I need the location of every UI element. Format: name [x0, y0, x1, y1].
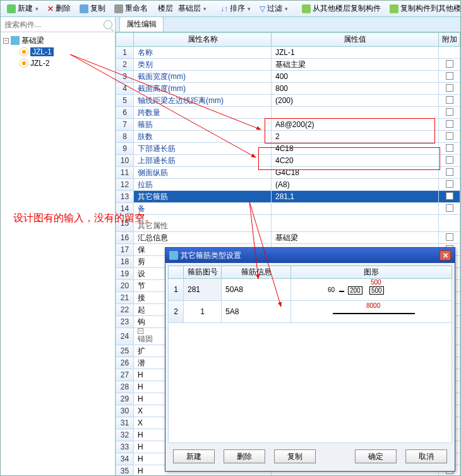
gear-icon [20, 59, 28, 68]
cell-add[interactable] [439, 131, 460, 143]
tab-property-edit[interactable]: 属性编辑 [119, 17, 164, 32]
filter-button[interactable]: ▽过滤▾ [256, 1, 292, 16]
checkbox[interactable] [446, 108, 453, 116]
cell-value[interactable]: 281,1 [272, 191, 439, 203]
checkbox[interactable] [446, 192, 453, 200]
cell-value[interactable]: G4C18 [272, 167, 439, 179]
copy-button[interactable]: 复制 [76, 1, 109, 16]
table-row[interactable]: 16汇总信息基础梁 [116, 232, 460, 244]
new-button[interactable]: 新建▾ [3, 1, 42, 16]
cell-add[interactable] [439, 167, 460, 179]
checkbox[interactable] [446, 204, 453, 212]
cell-value[interactable]: (A8) [272, 179, 439, 191]
dialog-cell-num[interactable]: 1 [184, 301, 222, 323]
close-button[interactable]: ✕ [440, 250, 451, 260]
checkbox[interactable] [446, 84, 453, 92]
delete-button[interactable]: ✕删除 [44, 1, 75, 16]
cell-add[interactable] [439, 143, 460, 155]
copy-to-button[interactable]: 复制构件到其他楼层 [386, 1, 461, 16]
cell-value[interactable]: 400 [272, 71, 439, 83]
table-row[interactable]: 7箍筋A8@200(2) [116, 119, 460, 131]
search-input[interactable] [3, 20, 101, 30]
cell-add[interactable] [439, 215, 460, 232]
cell-value[interactable] [272, 203, 439, 215]
cell-value[interactable]: (200) [272, 95, 439, 107]
rownum: 17 [116, 244, 134, 256]
table-row[interactable]: 12拉筋(A8) [116, 179, 460, 191]
cell-value[interactable] [272, 215, 439, 232]
rownum: 5 [116, 95, 134, 107]
dialog-cell-info[interactable]: 5A8 [222, 301, 291, 323]
cell-value[interactable]: JZL-1 [272, 47, 439, 59]
dlg-new-button[interactable]: 新建 [173, 449, 215, 463]
table-row[interactable]: 15− 其它属性 [116, 215, 460, 232]
table-row[interactable]: 9下部通长筋4C18 [116, 143, 460, 155]
checkbox[interactable] [446, 168, 453, 176]
checkbox[interactable] [446, 96, 453, 104]
cell-add[interactable] [439, 119, 460, 131]
checkbox[interactable] [446, 180, 453, 188]
dlg-copy-button[interactable]: 复制 [274, 449, 316, 463]
cell-value[interactable] [272, 107, 439, 119]
table-row[interactable]: 1名称JZL-1 [116, 47, 460, 59]
table-row[interactable]: 5轴线距梁左边线距离(mm)(200) [116, 95, 460, 107]
checkbox[interactable] [446, 144, 453, 152]
cell-value[interactable]: A8@200(2) [272, 119, 439, 131]
table-row[interactable]: 8肢数2 [116, 131, 460, 143]
dialog-cell-num[interactable]: 281 [184, 279, 222, 301]
cell-add[interactable] [439, 107, 460, 119]
expander-icon[interactable]: − [138, 215, 143, 221]
table-row[interactable]: 2类别基础主梁 [116, 59, 460, 71]
table-row[interactable]: 11侧面纵筋G4C18 [116, 167, 460, 179]
tree-item-jzl2[interactable]: JZL-2 [2, 58, 114, 69]
dlg-delete-button[interactable]: 删除 [224, 449, 265, 463]
search-icon[interactable] [104, 20, 112, 29]
cell-value[interactable]: 800 [272, 83, 439, 95]
rename-button[interactable]: 重命名 [111, 1, 152, 16]
cell-add[interactable] [439, 95, 460, 107]
cell-name: 截面宽度(mm) [134, 71, 272, 83]
tree-item-jzl1[interactable]: JZL-1 [2, 46, 114, 58]
table-row[interactable]: 10上部通长筋4C20 [116, 155, 460, 167]
cell-value[interactable]: 基础梁 [272, 232, 439, 244]
checkbox[interactable] [446, 132, 453, 140]
dlg-ok-button[interactable]: 确定 [355, 449, 397, 463]
cell-value[interactable]: 2 [272, 131, 439, 143]
dlg-cancel-button[interactable]: 取消 [405, 449, 447, 463]
cell-name: 名称 [134, 47, 272, 59]
dcol-shape: 图形 [291, 266, 452, 279]
expander-icon[interactable]: − [3, 38, 9, 44]
checkbox[interactable] [446, 120, 453, 128]
sort-button[interactable]: ↓↑排序▾ [217, 1, 254, 16]
table-row[interactable]: 3截面宽度(mm)400 [116, 71, 460, 83]
cell-add[interactable] [439, 59, 460, 71]
dialog-cell-info[interactable]: 50A8 [222, 279, 291, 301]
checkbox[interactable] [446, 233, 453, 241]
search-box[interactable] [1, 17, 115, 32]
table-row[interactable]: 14备 [116, 203, 460, 215]
dialog-row[interactable]: 2 1 5A8 8000 [169, 301, 452, 323]
expander-icon[interactable]: − [138, 328, 143, 334]
cell-add[interactable] [439, 71, 460, 83]
copy-from-button[interactable]: 从其他楼层复制构件 [298, 1, 385, 16]
floor-select[interactable]: 基础层▾ [174, 1, 210, 16]
cell-add[interactable] [439, 203, 460, 215]
dialog-titlebar[interactable]: 其它箍筋类型设置 ✕ [165, 248, 455, 263]
checkbox[interactable] [446, 60, 453, 68]
cell-value[interactable]: 4C20 [272, 155, 439, 167]
cell-add[interactable] [439, 191, 460, 203]
cell-value[interactable]: 基础主梁 [272, 59, 439, 71]
checkbox[interactable] [446, 156, 453, 164]
cell-value[interactable]: 4C18 [272, 143, 439, 155]
cell-add[interactable] [439, 83, 460, 95]
cell-add[interactable] [439, 232, 460, 244]
table-row[interactable]: 6跨数量 [116, 107, 460, 119]
cell-add[interactable] [439, 179, 460, 191]
cell-add[interactable] [439, 155, 460, 167]
table-row[interactable]: 13其它箍筋281,1 [116, 191, 460, 203]
checkbox[interactable] [446, 72, 453, 80]
dialog-row[interactable]: 1 281 50A8 500 60 200 500 [169, 279, 452, 301]
cell-add[interactable] [439, 47, 460, 59]
tree-root[interactable]: − 基础梁 [2, 35, 114, 46]
table-row[interactable]: 4截面高度(mm)800 [116, 83, 460, 95]
